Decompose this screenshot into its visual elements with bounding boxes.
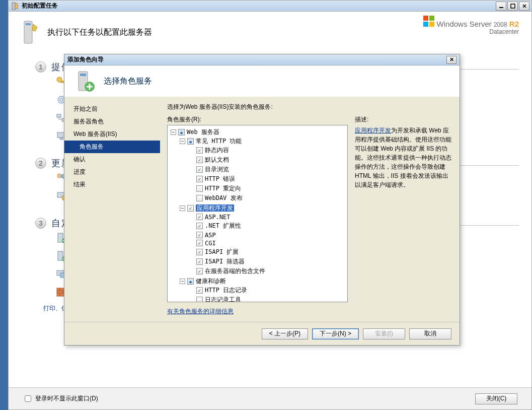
svg-rect-1	[15, 4, 18, 9]
node-browse[interactable]: 目录浏览	[205, 166, 229, 173]
tree-label: 角色服务(R):	[167, 115, 348, 124]
collapse-icon[interactable]: −	[171, 129, 176, 135]
checkbox[interactable]	[196, 195, 203, 201]
node-isapiext[interactable]: ISAPI 扩展	[205, 248, 239, 255]
node-redirect[interactable]: HTTP 重定向	[205, 185, 241, 192]
brand: Windows Server 2008 R2 Datacenter	[423, 16, 519, 35]
checkbox[interactable]	[196, 232, 203, 238]
node-errors[interactable]: HTTP 错误	[205, 175, 235, 182]
role-services-tree[interactable]: −Web 服务器 −常见 HTTP 功能 静态内容 默认文档 目录浏览 HTTP…	[167, 125, 348, 302]
node-web-server[interactable]: Web 服务器	[187, 128, 219, 135]
wizard-main: 选择为Web 服务器(IIS)安装的角色服务: 角色服务(R): −Web 服务…	[160, 97, 460, 322]
node-cgi[interactable]: CGI	[205, 240, 216, 247]
window-title: 初始配置任务	[22, 2, 496, 10]
wizard-banner-icon	[73, 70, 97, 93]
checkbox[interactable]	[196, 147, 203, 154]
checkbox[interactable]	[178, 129, 185, 135]
svg-rect-27	[80, 74, 86, 76]
checkbox[interactable]	[196, 185, 203, 192]
svg-point-15	[57, 174, 61, 178]
step-1-number: 1	[35, 61, 46, 73]
node-netext[interactable]: .NET 扩展性	[205, 222, 241, 229]
svg-point-10	[60, 99, 63, 101]
node-asp[interactable]: ASP	[205, 231, 216, 238]
titlebar: 初始配置任务	[9, 1, 531, 12]
nav-progress[interactable]: 进度	[64, 166, 160, 178]
close-button[interactable]	[519, 2, 529, 11]
add-roles-wizard: 添加角色向导 ✕ 选择角色服务 开始之前 服务器角色 Web 服务器(IIS) …	[64, 54, 460, 346]
description-text: 为开发和承载 Web 应用程序提供基础结构。使用这些功能可以创建 Web 内容或…	[355, 127, 451, 188]
close-window-button[interactable]: 关闭(C)	[475, 393, 517, 404]
wizard-title: 添加角色向导	[67, 55, 446, 64]
checkbox[interactable]	[187, 138, 194, 145]
step-2-number: 2	[35, 158, 46, 169]
step-3-number: 3	[35, 218, 46, 229]
nav-web-server-iis[interactable]: Web 服务器(IIS)	[64, 128, 160, 141]
nav-confirm[interactable]: 确认	[64, 153, 160, 166]
prev-button[interactable]: < 上一步(P)	[262, 328, 308, 339]
header: 执行以下任务以配置此服务器 Windows Server 2008 R2 Dat…	[9, 12, 531, 53]
checkbox[interactable]	[196, 287, 203, 294]
node-aspnet[interactable]: ASP.NET	[205, 214, 231, 221]
description-panel: 描述: 应用程序开发为开发和承载 Web 应用程序提供基础结构。使用这些功能可以…	[355, 115, 452, 316]
nav-server-roles[interactable]: 服务器角色	[64, 115, 160, 128]
checkbox[interactable]	[187, 205, 194, 212]
collapse-icon[interactable]: −	[180, 206, 185, 211]
checkbox[interactable]	[196, 297, 203, 303]
brand-year: 2008	[494, 21, 507, 28]
checkbox[interactable]	[196, 240, 203, 246]
app-icon	[11, 2, 19, 10]
wizard-prompt: 选择为Web 服务器(IIS)安装的角色服务:	[167, 103, 452, 111]
wizard-nav: 开始之前 服务器角色 Web 服务器(IIS) 角色服务 确认 进度 结果	[64, 97, 160, 322]
checkbox[interactable]	[187, 278, 194, 285]
wizard-close-button[interactable]: ✕	[446, 56, 457, 64]
collapse-icon[interactable]: −	[180, 139, 185, 144]
svg-rect-3	[511, 4, 515, 8]
description-body: 应用程序开发为开发和承载 Web 应用程序提供基础结构。使用这些功能可以创建 W…	[355, 126, 452, 189]
node-health[interactable]: 健康和诊断	[196, 278, 226, 285]
footer: 登录时不显示此窗口(D) 关闭(C)	[9, 387, 531, 409]
checkbox[interactable]	[196, 166, 203, 173]
node-isapifilt[interactable]: ISAPI 筛选器	[205, 258, 245, 265]
node-appdev[interactable]: 应用程序开发	[196, 204, 234, 212]
description-link[interactable]: 应用程序开发	[355, 127, 391, 134]
node-defdoc[interactable]: 默认文档	[205, 156, 229, 163]
checkbox[interactable]	[196, 268, 203, 275]
checkbox[interactable]	[196, 214, 203, 220]
node-ssi[interactable]: 在服务器端的包含文件	[205, 267, 265, 275]
checkbox[interactable]	[196, 258, 203, 265]
checkbox[interactable]	[196, 157, 203, 163]
cancel-button[interactable]: 取消	[409, 328, 451, 339]
nav-before-you-begin[interactable]: 开始之前	[64, 103, 160, 115]
minimize-button[interactable]	[496, 2, 506, 11]
more-info-link[interactable]: 有关角色服务的详细信息	[167, 307, 348, 316]
svg-rect-0	[12, 3, 15, 10]
nav-result[interactable]: 结果	[64, 178, 160, 191]
node-common-http[interactable]: 常见 HTTP 功能	[196, 138, 242, 145]
checkbox[interactable]	[196, 249, 203, 255]
node-httplog[interactable]: HTTP 日志记录	[205, 287, 247, 294]
wizard-body: 开始之前 服务器角色 Web 服务器(IIS) 角色服务 确认 进度 结果 选择…	[64, 97, 460, 322]
server-icon	[21, 20, 40, 44]
node-webdav[interactable]: WebDAV 发布	[205, 194, 243, 201]
node-static[interactable]: 静态内容	[205, 147, 229, 154]
svg-rect-2	[499, 7, 503, 8]
nav-role-services[interactable]: 角色服务	[64, 141, 160, 153]
checkbox[interactable]	[196, 176, 203, 182]
collapse-icon[interactable]: −	[180, 279, 185, 284]
node-logtools[interactable]: 日志记录工具	[205, 296, 241, 303]
brand-name: Windows Server	[437, 20, 492, 28]
wizard-banner: 选择角色服务	[64, 65, 460, 97]
wizard-buttons: < 上一步(P) 下一步(N) > 安装(I) 取消	[64, 322, 460, 345]
brand-edition: Datacenter	[423, 28, 519, 35]
dont-show-checkbox[interactable]	[25, 395, 31, 402]
next-button[interactable]: 下一步(N) >	[312, 328, 359, 339]
brand-rev: R2	[509, 20, 519, 28]
install-button: 安装(I)	[363, 328, 405, 339]
svg-rect-14	[60, 138, 63, 140]
windows-flag-icon	[423, 16, 434, 27]
description-label: 描述:	[355, 115, 452, 124]
maximize-button[interactable]	[507, 2, 518, 11]
wizard-banner-text: 选择角色服务	[104, 76, 152, 87]
checkbox[interactable]	[196, 223, 203, 229]
